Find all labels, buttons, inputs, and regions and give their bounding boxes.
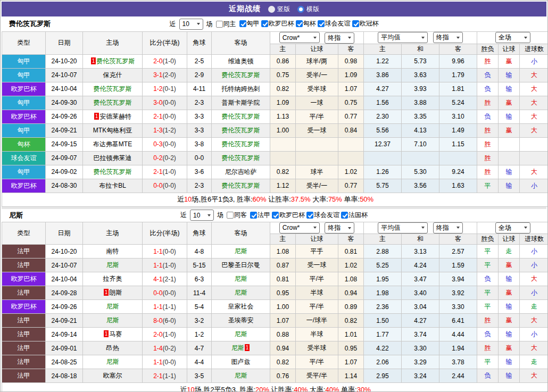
league-badge: 匈杯 xyxy=(2,137,46,151)
team-link[interactable]: 普斯卡斯学院 xyxy=(222,99,260,106)
fulltime-score: 1-3 xyxy=(153,127,162,134)
avg-home-odds: 3.86 xyxy=(364,68,402,82)
odds-time-select[interactable]: 终指 xyxy=(325,222,354,233)
team-link[interactable]: 费伦茨瓦罗斯 xyxy=(96,57,135,65)
layout-radio-vertical[interactable]: 竖版 xyxy=(268,5,290,14)
home-team-cell: 费伦茨瓦罗斯 xyxy=(83,165,143,179)
checkbox-icon[interactable] xyxy=(352,20,359,27)
match-row: 匈甲 24-09-21 MTK匈格利亚 1-3(1-2) 3-3 费伦茨瓦罗斯 … xyxy=(2,123,548,137)
team-link[interactable]: 布拉卡BL xyxy=(99,182,126,189)
avg-source-select[interactable]: 平均值 xyxy=(378,222,428,233)
same-venue-checkbox[interactable]: 同客 xyxy=(225,211,247,220)
handicap-line: 半球 xyxy=(296,328,338,341)
checkbox-icon[interactable] xyxy=(296,20,303,27)
team-link[interactable]: 费伦茨瓦罗斯 xyxy=(222,140,260,148)
team-link[interactable]: 费伦茨瓦罗斯 xyxy=(94,99,132,106)
competition-checkbox[interactable]: 法甲 xyxy=(248,211,270,220)
fulltime-score: 1-1 xyxy=(153,303,162,311)
team-link[interactable]: 尼斯 xyxy=(235,275,247,282)
team-link[interactable]: 尼斯 xyxy=(231,344,244,352)
competition-checkbox[interactable]: 匈甲 xyxy=(238,19,260,28)
layout-radio-horizontal[interactable]: 横版 xyxy=(297,5,319,14)
competition-checkbox[interactable]: 匈杯 xyxy=(294,19,316,28)
team-link[interactable]: 尼斯 xyxy=(235,247,247,255)
team-link[interactable]: 拉齐奥 xyxy=(103,275,122,282)
summary-text-wrap: 近10场,胜2平5负3, 胜率:20% 让胜率:40% 大率:40% 单率:30… xyxy=(180,386,370,392)
team-link[interactable]: 布达弗基MTE xyxy=(93,140,132,148)
team-link[interactable]: 尼斯 xyxy=(235,289,247,296)
team-link[interactable]: 费伦茨瓦罗斯 xyxy=(222,182,260,189)
result-goals: 大 xyxy=(520,96,548,110)
competition-checkbox[interactable]: 欧罗巴杯 xyxy=(260,19,294,28)
team-link[interactable]: 费伦茨瓦罗斯 xyxy=(94,168,132,176)
halftime-score: (0-0) xyxy=(163,140,176,148)
home-team-cell: 尼斯 xyxy=(83,314,143,328)
avg-source-select[interactable]: 平均值 xyxy=(378,32,428,43)
team-link[interactable]: 费伦茨瓦罗斯 xyxy=(222,113,260,120)
dropdown-caret-icon xyxy=(313,227,317,229)
games-count-select[interactable]: 10 xyxy=(190,210,214,221)
checkbox-icon[interactable] xyxy=(250,212,257,219)
odds-source-value: Crow* xyxy=(283,224,300,231)
competition-checkbox[interactable]: 球会友谊 xyxy=(305,211,339,220)
avg-time-select[interactable]: 终指 xyxy=(433,32,463,43)
team-link[interactable]: 朗斯 xyxy=(109,289,122,296)
home-team-cell: 尼斯 xyxy=(83,300,143,314)
result-goals: 小 xyxy=(520,258,548,272)
team-link[interactable]: 安德莱赫特 xyxy=(99,113,131,120)
summary-text: 大率: xyxy=(311,195,328,203)
team-link[interactable]: 尼斯 xyxy=(235,372,247,379)
league-badge: 球会友谊 xyxy=(2,151,46,165)
dropdown-caret-icon xyxy=(348,227,351,229)
checkbox-icon[interactable] xyxy=(306,212,313,219)
checkbox-icon[interactable] xyxy=(227,212,234,219)
checkbox-icon[interactable] xyxy=(216,21,223,28)
odds-time-select[interactable]: 终指 xyxy=(325,32,354,44)
team-link[interactable]: 尼斯 xyxy=(106,261,119,269)
team-link[interactable]: 费伦茨瓦罗斯 xyxy=(222,127,260,134)
corners-cell: 6-3 xyxy=(187,272,212,286)
competition-checkbox[interactable]: 球会友谊 xyxy=(316,19,351,28)
odds-source-select[interactable]: Crow* xyxy=(279,32,320,43)
summary-text: 场,胜2平5负3, 胜率: xyxy=(195,386,255,392)
team-link[interactable]: 马赛 xyxy=(109,330,122,338)
competition-checkbox[interactable]: 欧冠杯 xyxy=(351,19,379,28)
team-link[interactable]: 费伦茨瓦罗斯 xyxy=(222,71,260,79)
radio-vertical-icon[interactable] xyxy=(268,6,275,13)
scope-select[interactable]: 全场 xyxy=(495,32,530,43)
team-link[interactable]: 圣埃蒂安 xyxy=(228,316,254,324)
team-link[interactable]: 费伦茨瓦罗斯 xyxy=(94,85,132,93)
team-link[interactable]: 昂热 xyxy=(106,344,119,352)
radio-horizontal-icon[interactable] xyxy=(297,6,304,13)
avg-time-select[interactable]: 终指 xyxy=(433,222,463,233)
competition-checkbox[interactable]: 欧罗巴杯 xyxy=(270,211,305,220)
checkbox-icon[interactable] xyxy=(261,20,268,27)
team-link[interactable]: 尼斯 xyxy=(106,316,119,324)
team-link[interactable]: 尼斯 xyxy=(106,303,119,310)
checkbox-icon[interactable] xyxy=(272,212,279,219)
team-link[interactable]: 尼斯 xyxy=(235,330,247,338)
team-link[interactable]: 尼斯 xyxy=(106,358,119,365)
checkbox-icon[interactable] xyxy=(341,212,348,219)
odds-source-select[interactable]: Crow* xyxy=(279,222,320,233)
team-link[interactable]: MTK匈格利亚 xyxy=(93,127,132,134)
team-link[interactable]: 巴拉顿弗莱迪 xyxy=(94,154,132,162)
fulltime-score: 2-1 xyxy=(153,168,162,176)
team-link[interactable]: 图卢兹 xyxy=(231,358,251,365)
checkbox-icon[interactable] xyxy=(318,20,325,27)
team-link[interactable]: 托特纳姆热刺 xyxy=(222,85,260,93)
team-link[interactable]: 欧塞尔 xyxy=(103,372,122,379)
checkbox-icon[interactable] xyxy=(239,20,246,27)
same-venue-checkbox[interactable]: 同主 xyxy=(214,20,236,29)
scope-select[interactable]: 全场 xyxy=(495,222,530,233)
away-team-cell: 尼斯 xyxy=(212,369,270,383)
competition-checkbox[interactable]: 法国杯 xyxy=(339,211,368,220)
team-link[interactable]: 南特 xyxy=(106,247,119,255)
team-link[interactable]: 尼尔吉哈萨 xyxy=(225,168,257,176)
team-link[interactable]: 巴黎圣日尔曼 xyxy=(222,261,260,269)
team-link[interactable]: 维迪奥顿 xyxy=(228,57,254,65)
team-link[interactable]: 皇家社会 xyxy=(228,303,254,310)
team-link[interactable]: 费伦茨瓦罗斯 xyxy=(222,154,260,162)
games-count-select[interactable]: 10 xyxy=(179,19,203,30)
team-link[interactable]: 保克什 xyxy=(103,71,122,79)
